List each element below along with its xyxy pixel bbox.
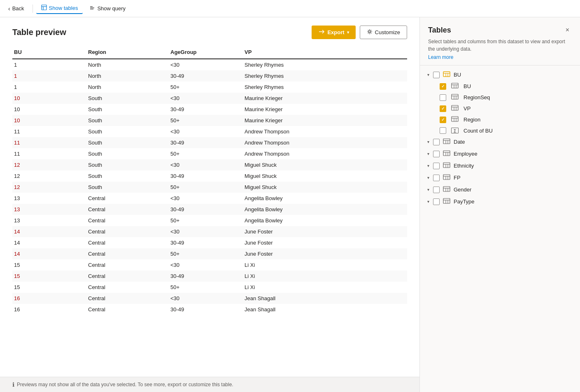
svg-rect-16	[452, 94, 458, 99]
table-cell: <30	[169, 259, 243, 271]
tree-header-paytype[interactable]: PayType	[420, 196, 580, 208]
table-cell: Andrew Thompson	[243, 126, 407, 137]
table-cell: 10	[12, 104, 86, 115]
data-table: BU Region AgeGroup VP 1North<30Sherley R…	[12, 46, 407, 315]
table-cell: Central	[86, 271, 169, 282]
table-cell: Andrew Thompson	[243, 137, 407, 148]
tree-header-fp[interactable]: FP	[420, 172, 580, 184]
vp-col-checkbox[interactable]	[440, 105, 446, 112]
table-cell: Jean Shagall	[243, 293, 407, 304]
close-icon: ×	[566, 26, 569, 33]
tree-section-employee: Employee	[420, 148, 580, 160]
gender-table-checkbox[interactable]	[433, 187, 440, 193]
table-cell: South	[86, 104, 169, 115]
table-cell: North	[86, 70, 169, 82]
table-row: 15Central30-49Li Xi	[12, 271, 407, 282]
table-cell: South	[86, 126, 169, 137]
show-query-button[interactable]: Show query	[84, 3, 130, 14]
table-cell: Li Xi	[243, 271, 407, 282]
tree-header-gender[interactable]: Gender	[420, 184, 580, 196]
customize-button[interactable]: Customize	[360, 26, 407, 39]
table-cell: 1	[12, 70, 86, 82]
col-item-vp[interactable]: VP	[420, 103, 580, 114]
table-cell: South	[86, 182, 169, 193]
col-header-agegroup: AgeGroup	[169, 46, 243, 59]
count-bu-col-checkbox[interactable]	[440, 127, 446, 134]
table-row: 1North50+Sherley Rhymes	[12, 82, 407, 93]
table-row: 13Central30-49Angelita Bowley	[12, 204, 407, 215]
col-item-bu[interactable]: BU	[420, 81, 580, 92]
back-button[interactable]: ‹ Back	[3, 4, 29, 14]
table-cell: Miguel Shuck	[243, 170, 407, 182]
table-container[interactable]: BU Region AgeGroup VP 1North<30Sherley R…	[0, 46, 419, 377]
back-label: Back	[12, 5, 24, 12]
table-cell: Angelita Bowley	[243, 215, 407, 226]
tree-header-employee[interactable]: Employee	[420, 148, 580, 160]
bu-table-checkbox[interactable]	[433, 72, 440, 78]
fp-table-label: FP	[454, 175, 461, 181]
table-row: 14Central30-49June Foster	[12, 237, 407, 248]
table-cell: Miguel Shuck	[243, 159, 407, 170]
table-row: 10South<30Maurine Krieger	[12, 93, 407, 104]
table-cell: 30-49	[169, 204, 243, 215]
table-cell: Maurine Krieger	[243, 104, 407, 115]
bu-col-icon	[451, 83, 459, 90]
tree-header-date[interactable]: Date	[420, 136, 580, 148]
region-col-checkbox[interactable]	[440, 117, 446, 123]
employee-table-checkbox[interactable]	[433, 151, 440, 157]
table-cell: 16	[12, 293, 86, 304]
svg-rect-24	[452, 117, 458, 121]
table-preview-area: Table preview Export ▾	[0, 17, 419, 392]
fp-table-checkbox[interactable]	[433, 175, 440, 181]
tree-section-bu: BU BU	[420, 69, 580, 136]
paytype-chevron-icon	[425, 198, 431, 205]
back-icon: ‹	[8, 5, 10, 12]
date-table-checkbox[interactable]	[433, 139, 440, 145]
table-row: 10South50+Maurine Krieger	[12, 115, 407, 126]
main-layout: Table preview Export ▾	[0, 17, 580, 392]
col-item-count-bu[interactable]: ∑ Count of BU	[420, 125, 580, 136]
export-label: Export	[327, 29, 344, 35]
table-cell: Central	[86, 282, 169, 293]
table-cell: June Foster	[243, 226, 407, 237]
table-cell: June Foster	[243, 248, 407, 259]
date-chevron-icon	[425, 139, 431, 145]
col-item-regionseq[interactable]: RegionSeq	[420, 92, 580, 103]
table-cell: 12	[12, 182, 86, 193]
table-row: 14Central50+June Foster	[12, 248, 407, 259]
tree-header-ethnicity[interactable]: Ethnicity	[420, 160, 580, 172]
table-cell: June Foster	[243, 237, 407, 248]
bu-table-icon	[443, 71, 450, 78]
paytype-table-checkbox[interactable]	[433, 198, 440, 205]
panel-content[interactable]: BU BU	[420, 69, 580, 392]
ethnicity-table-checkbox[interactable]	[433, 163, 440, 169]
show-tables-button[interactable]: Show tables	[36, 3, 83, 14]
regionseq-col-checkbox[interactable]	[440, 94, 446, 101]
learn-more-link[interactable]: Learn more	[420, 54, 580, 65]
regionseq-col-label: RegionSeq	[464, 94, 490, 100]
table-cell: Central	[86, 215, 169, 226]
table-cell: 16	[12, 304, 86, 315]
table-row: 10South30-49Maurine Krieger	[12, 104, 407, 115]
date-table-icon	[443, 138, 450, 145]
table-cell: 30-49	[169, 137, 243, 148]
table-row: 14Central<30June Foster	[12, 226, 407, 237]
show-tables-label: Show tables	[49, 5, 78, 11]
svg-rect-20	[452, 105, 458, 110]
region-col-icon	[451, 116, 459, 123]
show-query-label: Show query	[97, 5, 126, 12]
tree-header-bu[interactable]: BU	[420, 69, 580, 81]
footer-text: Previews may not show all of the data yo…	[17, 382, 233, 387]
table-cell: 13	[12, 204, 86, 215]
svg-rect-32	[443, 151, 450, 156]
tables-panel: Tables × Select tables and columns from …	[419, 17, 580, 392]
bu-col-checkbox[interactable]	[440, 83, 446, 90]
col-item-region[interactable]: Region	[420, 114, 580, 125]
tree-section-date: Date	[420, 136, 580, 148]
export-button[interactable]: Export ▾	[312, 26, 355, 39]
table-cell: 50+	[169, 248, 243, 259]
close-button[interactable]: ×	[563, 26, 572, 35]
table-cell: 13	[12, 215, 86, 226]
gender-table-label: Gender	[454, 187, 471, 193]
table-row: 11South<30Andrew Thompson	[12, 126, 407, 137]
